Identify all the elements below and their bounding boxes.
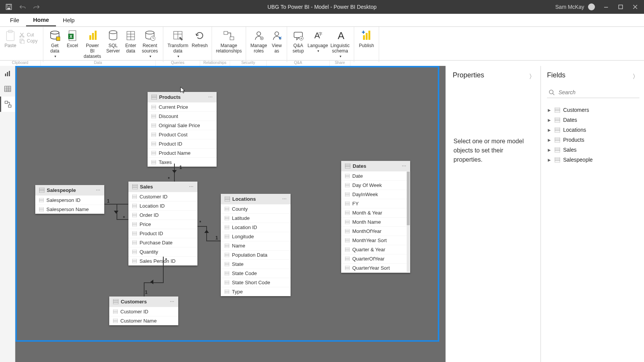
pbi-datasets-button[interactable]: Power BI datasets (81, 28, 104, 62)
view-as-button[interactable]: View as (269, 28, 284, 62)
table-field[interactable]: Location ID (221, 223, 291, 232)
search-input-wrap[interactable] (547, 88, 639, 98)
relationship-line[interactable] (206, 241, 221, 241)
table-field[interactable]: Product Name (148, 148, 217, 157)
fields-table-row[interactable]: ▶Locations (547, 125, 639, 135)
table-field[interactable]: Quarter & Year (341, 245, 410, 254)
table-header[interactable]: Dates ··· (341, 161, 410, 171)
table-field[interactable]: Day Of Week (341, 180, 410, 190)
expand-icon[interactable]: ▶ (548, 148, 552, 152)
table-field[interactable]: Original Sale Price (148, 121, 217, 130)
table-field[interactable]: Population Data (221, 250, 291, 259)
expand-icon[interactable]: ▶ (548, 138, 552, 142)
table-field[interactable]: Taxes (148, 157, 217, 167)
table-products[interactable]: Products ··· Current PriceDiscountOrigin… (148, 92, 217, 167)
transform-data-button[interactable]: Transform data▾ (166, 28, 190, 62)
relationship-line[interactable] (206, 226, 207, 241)
expand-icon[interactable]: ▶ (548, 158, 552, 162)
fields-table-row[interactable]: ▶Dates (547, 115, 639, 125)
table-field[interactable]: County (221, 204, 291, 213)
table-field[interactable]: Customer ID (128, 192, 197, 201)
more-icon[interactable]: ··· (170, 300, 174, 304)
table-field[interactable]: Salesperson Name (35, 205, 104, 214)
table-salespeople[interactable]: Salespeople ··· Salesperson IDSalesperso… (35, 185, 104, 214)
publish-button[interactable]: Publish (356, 28, 376, 62)
table-field[interactable]: Date (341, 171, 410, 180)
table-field[interactable]: Price (128, 219, 197, 229)
table-locations[interactable]: Locations ··· CountyLatitudeLocation IDL… (221, 194, 291, 296)
search-input[interactable] (559, 89, 638, 95)
table-field[interactable]: Customer Name (109, 316, 178, 325)
get-data-button[interactable]: Get data▾ (46, 28, 64, 62)
copy-button[interactable]: Copy (19, 38, 38, 44)
table-header[interactable]: Sales ··· (128, 182, 197, 192)
table-field[interactable]: MonthYear Sort (341, 236, 410, 245)
table-field[interactable]: Name (221, 241, 291, 250)
maximize-button[interactable] (617, 3, 624, 10)
table-sales[interactable]: Sales ··· Customer IDLocation IDOrder ID… (128, 182, 197, 265)
tab-file[interactable]: File (3, 14, 26, 26)
model-view-button[interactable] (0, 97, 15, 112)
table-customers[interactable]: Customers ··· Customer IDCustomer Name (109, 296, 178, 325)
table-field[interactable]: Month & Year (341, 208, 410, 217)
relationship-line[interactable] (144, 282, 164, 283)
minimize-button[interactable] (603, 3, 610, 10)
tab-home[interactable]: Home (26, 14, 56, 26)
more-icon[interactable]: ··· (283, 197, 287, 201)
table-field[interactable]: Product ID (148, 139, 217, 148)
table-field[interactable]: DayInWeek (341, 190, 410, 199)
sql-server-button[interactable]: SQL Server (104, 28, 122, 62)
data-view-button[interactable] (0, 81, 15, 97)
table-field[interactable]: Product ID (128, 229, 197, 238)
table-field[interactable]: ShortYear (341, 272, 410, 273)
qa-setup-button[interactable]: Q&A setup (289, 28, 307, 62)
scrollbar[interactable] (407, 172, 410, 272)
fields-table-row[interactable]: ▶Sales (547, 145, 639, 155)
chevron-right-icon[interactable]: 〉 (632, 73, 639, 81)
fields-table-row[interactable]: ▶Products (547, 135, 639, 145)
cut-button[interactable]: Cut (19, 32, 38, 38)
table-field[interactable]: State Short Code (221, 278, 291, 287)
table-field[interactable]: State (221, 259, 291, 269)
more-icon[interactable]: ··· (209, 95, 213, 99)
table-header[interactable]: Salespeople ··· (35, 185, 104, 195)
model-canvas[interactable]: Products ··· Current PriceDiscountOrigin… (15, 66, 445, 362)
table-field[interactable]: MonthOfYear (341, 226, 410, 236)
fields-table-row[interactable]: ▶Customers (547, 105, 639, 115)
table-field[interactable]: Salesperson ID (35, 195, 104, 205)
tab-help[interactable]: Help (56, 14, 82, 26)
more-icon[interactable]: ··· (96, 188, 100, 192)
table-dates[interactable]: Dates ··· DateDay Of WeekDayInWeekFYMont… (341, 161, 410, 273)
table-field[interactable]: Customer ID (109, 307, 178, 316)
manage-relationships-button[interactable]: Manage relationships (214, 28, 243, 62)
expand-icon[interactable]: ▶ (548, 128, 552, 132)
refresh-button[interactable]: Refresh (190, 28, 209, 62)
chevron-right-icon[interactable]: 〉 (529, 73, 535, 81)
save-icon[interactable] (5, 3, 12, 10)
table-field[interactable]: FY (341, 199, 410, 208)
table-field[interactable]: QuarterYear Sort (341, 263, 410, 272)
language-button[interactable]: A字Language▾ (307, 28, 329, 62)
table-field[interactable]: Purchase Date (128, 238, 197, 247)
table-field[interactable]: State Code (221, 269, 291, 278)
table-field[interactable]: Type (221, 287, 291, 296)
table-field[interactable]: Location ID (128, 201, 197, 210)
table-field[interactable]: Discount (148, 111, 217, 121)
fields-table-row[interactable]: ▶Salespeople (547, 155, 639, 165)
relationship-line[interactable] (117, 219, 128, 220)
table-header[interactable]: Products ··· (148, 92, 217, 102)
more-icon[interactable]: ··· (402, 164, 406, 168)
table-field[interactable]: Current Price (148, 102, 217, 111)
relationship-line[interactable] (163, 257, 164, 283)
table-field[interactable]: Order ID (128, 210, 197, 219)
table-header[interactable]: Customers ··· (109, 296, 178, 307)
report-view-button[interactable] (0, 66, 15, 81)
expand-icon[interactable]: ▶ (548, 118, 552, 122)
expand-icon[interactable]: ▶ (548, 108, 552, 112)
relationship-line[interactable] (197, 226, 207, 227)
excel-button[interactable]: XExcel (64, 28, 81, 62)
table-field[interactable]: Month Name (341, 217, 410, 226)
close-button[interactable] (632, 3, 639, 10)
table-field[interactable]: Quantity (128, 247, 197, 256)
manage-roles-button[interactable]: Manage roles (248, 28, 269, 62)
